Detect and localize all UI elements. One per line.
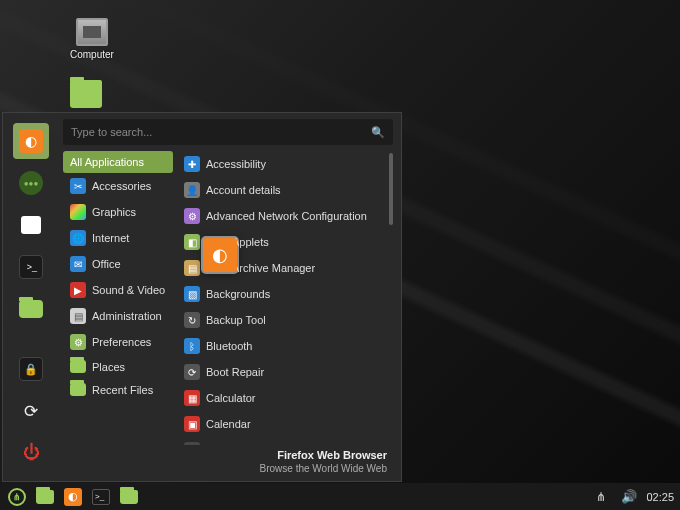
accessories-icon: ✂ (70, 178, 86, 194)
category-label: Internet (92, 232, 129, 244)
favorite-power[interactable]: ⏻ (13, 435, 49, 471)
network-icon: ⋔ (596, 490, 606, 504)
app-label: Backgrounds (206, 288, 270, 300)
folder-icon (120, 490, 138, 504)
mint-logo-icon: ⋔ (8, 488, 26, 506)
favorite-software-manager[interactable]: ●●● (13, 165, 49, 201)
search-icon: 🔍 (371, 126, 385, 139)
folder-icon (70, 383, 86, 396)
menu-categories-column: All Applications ✂ Accessories Graphics … (63, 151, 173, 445)
app-label: Accessibility (206, 158, 266, 170)
show-desktop-button[interactable] (34, 487, 56, 507)
computer-icon (76, 18, 108, 46)
app-calculator[interactable]: ▦ Calculator (177, 385, 387, 411)
category-sound-video[interactable]: ▶ Sound & Video (63, 277, 173, 303)
app-accessibility[interactable]: ✚ Accessibility (177, 151, 387, 177)
favorite-terminal[interactable]: >_ (13, 249, 49, 285)
panel-terminal[interactable]: >_ (90, 487, 112, 507)
taskbar: ⋔ ◐ >_ ⋔ 🔊 02:25 (0, 483, 680, 510)
app-bluetooth[interactable]: ᛒ Bluetooth (177, 333, 387, 359)
drag-preview-firefox[interactable]: ◐ (203, 238, 237, 272)
category-administration[interactable]: ▤ Administration (63, 303, 173, 329)
backup-icon: ↻ (184, 312, 200, 328)
favorite-firefox[interactable]: ◐ (13, 123, 49, 159)
favorite-logout[interactable]: ⟳ (13, 393, 49, 429)
category-internet[interactable]: 🌐 Internet (63, 225, 173, 251)
desktop-icon-home[interactable] (70, 80, 102, 111)
category-label: All Applications (70, 156, 144, 168)
lock-icon: 🔒 (19, 357, 43, 381)
app-label: Backup Tool (206, 314, 266, 326)
graphics-icon (70, 204, 86, 220)
favorite-lock[interactable]: 🔒 (13, 351, 49, 387)
category-office[interactable]: ✉ Office (63, 251, 173, 277)
category-label: Office (92, 258, 121, 270)
boot-repair-icon: ⟳ (184, 364, 200, 380)
desktop-icon-label: Computer (70, 49, 114, 60)
category-label: Graphics (92, 206, 136, 218)
firefox-icon: ◐ (19, 129, 43, 153)
app-advanced-network[interactable]: ⚙ Advanced Network Configuration (177, 203, 387, 229)
menu-search[interactable]: 🔍 (63, 119, 393, 145)
app-label: Boot Repair (206, 366, 264, 378)
calendar-icon: ▣ (184, 416, 200, 432)
app-backup-tool[interactable]: ↻ Backup Tool (177, 307, 387, 333)
tray-sound[interactable]: 🔊 (618, 487, 640, 507)
app-label: Advanced Network Configuration (206, 210, 367, 222)
favorite-settings[interactable] (13, 207, 49, 243)
app-celluloid[interactable]: ▶ Celluloid (177, 437, 387, 445)
category-label: Accessories (92, 180, 151, 192)
applets-icon: ◧ (184, 234, 200, 250)
search-input[interactable] (71, 126, 371, 138)
app-label: Account details (206, 184, 281, 196)
menu-footer-subtitle: Browse the World Wide Web (69, 463, 387, 476)
office-icon: ✉ (70, 256, 86, 272)
administration-icon: ▤ (70, 308, 86, 324)
app-label: Calendar (206, 418, 251, 430)
desktop-icon-computer[interactable]: Computer (70, 18, 114, 60)
category-accessories[interactable]: ✂ Accessories (63, 173, 173, 199)
sound-video-icon: ▶ (70, 282, 86, 298)
panel-clock[interactable]: 02:25 (646, 491, 674, 503)
category-all-applications[interactable]: All Applications (63, 151, 173, 173)
app-calendar[interactable]: ▣ Calendar (177, 411, 387, 437)
favorite-files[interactable] (13, 291, 49, 327)
app-label: Celluloid (206, 444, 248, 445)
panel-files[interactable] (118, 487, 140, 507)
category-graphics[interactable]: Graphics (63, 199, 173, 225)
menu-footer-title: Firefox Web Browser (69, 449, 387, 463)
tray-network[interactable]: ⋔ (590, 487, 612, 507)
category-recent-files[interactable]: Recent Files (63, 378, 173, 401)
logout-icon: ⟳ (24, 401, 38, 422)
category-preferences[interactable]: ⚙ Preferences (63, 329, 173, 355)
app-boot-repair[interactable]: ⟳ Boot Repair (177, 359, 387, 385)
menu-main-area: 🔍 All Applications ✂ Accessories Graphic… (59, 113, 401, 481)
menu-apps-column: ✚ Accessibility 👤 Account details ⚙ Adva… (177, 151, 393, 445)
app-label: Bluetooth (206, 340, 252, 352)
panel-firefox[interactable]: ◐ (62, 487, 84, 507)
folder-icon (36, 490, 54, 504)
sound-icon: 🔊 (621, 489, 637, 504)
category-label: Administration (92, 310, 162, 322)
category-places[interactable]: Places (63, 355, 173, 378)
app-account-details[interactable]: 👤 Account details (177, 177, 387, 203)
accessibility-icon: ✚ (184, 156, 200, 172)
power-icon: ⏻ (23, 443, 40, 463)
folder-icon (70, 360, 86, 373)
firefox-icon: ◐ (212, 244, 228, 266)
calculator-icon: ▦ (184, 390, 200, 406)
terminal-icon: >_ (92, 489, 110, 505)
apps-scrollbar[interactable] (389, 153, 393, 225)
menu-button[interactable]: ⋔ (6, 487, 28, 507)
terminal-icon: >_ (19, 255, 43, 279)
archive-icon: ▤ (184, 260, 200, 276)
app-label: Calculator (206, 392, 256, 404)
app-backgrounds[interactable]: ▧ Backgrounds (177, 281, 387, 307)
settings-icon (21, 216, 41, 234)
menu-favorites-column: ◐ ●●● >_ 🔒 ⟳ (3, 113, 59, 481)
backgrounds-icon: ▧ (184, 286, 200, 302)
account-icon: 👤 (184, 182, 200, 198)
folder-icon (19, 300, 43, 318)
internet-icon: 🌐 (70, 230, 86, 246)
network-config-icon: ⚙ (184, 208, 200, 224)
